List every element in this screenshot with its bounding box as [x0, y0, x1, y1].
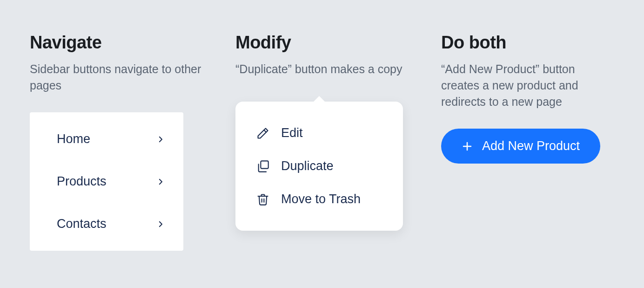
menu-item-label: Duplicate — [281, 159, 334, 173]
menu-item-edit[interactable]: Edit — [247, 117, 392, 150]
plus-icon — [462, 141, 473, 152]
navigate-subtitle: Sidebar buttons navigate to other pages — [30, 61, 203, 94]
modify-subtitle: “Duplicate” button makes a copy — [235, 61, 409, 77]
add-new-product-button[interactable]: Add New Product — [441, 129, 600, 164]
menu-item-trash[interactable]: Move to Trash — [247, 183, 392, 216]
sidebar-panel: Home Products Contacts — [30, 112, 183, 251]
pencil-icon — [256, 126, 270, 140]
chevron-right-icon — [156, 178, 165, 186]
sidebar-item-products[interactable]: Products — [30, 160, 183, 203]
column-doboth: Do both “Add New Product” button creates… — [441, 33, 614, 251]
menu-item-label: Move to Trash — [281, 192, 361, 206]
sidebar-item-label: Home — [57, 132, 90, 146]
navigate-title: Navigate — [30, 33, 203, 53]
popover-menu: Edit Duplicate Move to Trash — [235, 102, 403, 231]
sidebar-item-label: Contacts — [57, 217, 107, 231]
sidebar-item-contacts[interactable]: Contacts — [30, 203, 183, 245]
menu-item-duplicate[interactable]: Duplicate — [247, 150, 392, 183]
column-navigate: Navigate Sidebar buttons navigate to oth… — [30, 33, 203, 251]
chevron-right-icon — [156, 220, 165, 228]
svg-rect-0 — [261, 161, 268, 168]
column-modify: Modify “Duplicate” button makes a copy E… — [235, 33, 409, 251]
sidebar-item-home[interactable]: Home — [30, 118, 183, 160]
trash-icon — [256, 192, 270, 206]
chevron-right-icon — [156, 135, 165, 144]
doboth-subtitle: “Add New Product” button creates a new p… — [441, 61, 614, 110]
menu-item-label: Edit — [281, 126, 303, 140]
copy-icon — [256, 159, 270, 173]
button-label: Add New Product — [482, 139, 580, 153]
sidebar-item-label: Products — [57, 174, 107, 189]
modify-title: Modify — [235, 33, 409, 53]
doboth-title: Do both — [441, 33, 614, 53]
